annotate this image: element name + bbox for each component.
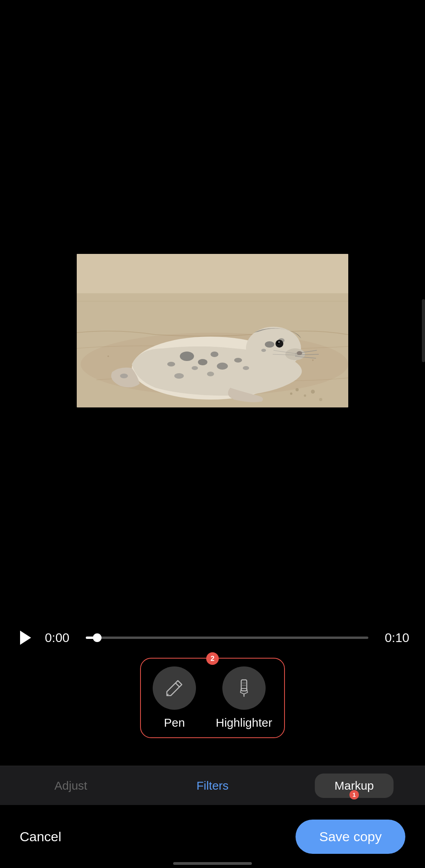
actions-bar: Cancel Save copy	[0, 805, 425, 868]
svg-point-24	[278, 341, 280, 343]
svg-point-12	[217, 363, 228, 370]
svg-point-36	[311, 390, 315, 394]
svg-point-32	[120, 374, 128, 378]
progress-bar[interactable]	[86, 637, 368, 639]
tab-bar: Adjust Filters Markup 1	[0, 766, 425, 805]
svg-point-11	[192, 366, 198, 370]
pen-icon	[164, 677, 185, 699]
tools-container: 2 Pen Hig	[140, 658, 285, 738]
play-button[interactable]	[16, 628, 35, 648]
svg-point-37	[319, 398, 322, 401]
svg-point-17	[207, 372, 214, 376]
svg-point-10	[211, 352, 218, 357]
progress-thumb[interactable]	[93, 633, 102, 642]
save-copy-button[interactable]: Save copy	[296, 820, 405, 854]
play-icon	[20, 631, 31, 645]
tab-adjust[interactable]: Adjust	[0, 766, 142, 805]
end-time: 0:10	[378, 631, 409, 645]
highlighter-tool[interactable]: Highlighter	[216, 666, 272, 729]
svg-point-5	[312, 359, 314, 361]
highlighter-label: Highlighter	[216, 716, 272, 729]
tab-filters[interactable]: Filters	[142, 766, 283, 805]
home-indicator	[173, 862, 252, 865]
pen-tool[interactable]: Pen	[153, 666, 196, 729]
svg-point-18	[246, 327, 301, 370]
svg-point-8	[180, 352, 194, 361]
svg-point-14	[243, 366, 249, 370]
svg-rect-1	[77, 254, 348, 293]
scroll-indicator	[422, 299, 425, 362]
svg-point-19	[265, 341, 274, 348]
svg-point-21	[261, 349, 266, 352]
highlighter-icon	[233, 677, 255, 699]
video-controls: 0:00 0:10	[0, 628, 425, 648]
svg-point-22	[275, 340, 283, 348]
pen-label: Pen	[164, 716, 185, 729]
svg-point-33	[296, 388, 299, 391]
svg-point-34	[304, 394, 306, 397]
svg-point-9	[198, 359, 207, 365]
svg-point-16	[174, 373, 184, 379]
markup-badge: 1	[349, 790, 359, 800]
markup-tools-panel: 2 Pen Hig	[0, 658, 425, 738]
svg-point-13	[234, 358, 242, 363]
tools-badge: 2	[206, 652, 219, 665]
svg-point-3	[107, 355, 109, 357]
tab-adjust-label: Adjust	[54, 779, 87, 792]
svg-point-25	[285, 348, 305, 360]
media-area	[0, 0, 425, 661]
tab-markup[interactable]: Markup 1	[283, 766, 425, 805]
cancel-button[interactable]: Cancel	[20, 829, 61, 844]
svg-point-31	[297, 351, 302, 355]
pen-icon-circle	[153, 666, 196, 710]
current-time: 0:00	[45, 631, 76, 645]
highlighter-icon-circle	[222, 666, 266, 710]
svg-point-35	[290, 392, 292, 395]
tab-markup-bg: Markup 1	[315, 774, 394, 798]
seal-image	[77, 254, 348, 407]
svg-point-15	[167, 362, 175, 366]
tab-filters-label: Filters	[196, 779, 229, 792]
